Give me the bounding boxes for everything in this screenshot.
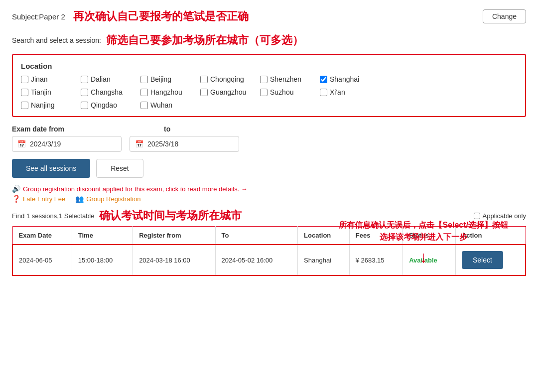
from-label: Exam date from	[12, 125, 64, 133]
notice-late-fee[interactable]: ❓ Late Entry Fee	[12, 195, 65, 203]
checkbox-shanghai[interactable]: Shanghai	[320, 75, 380, 83]
search-label: Search and select a session:	[12, 36, 101, 44]
to-date-input[interactable]	[147, 140, 227, 148]
location-row-3: Nanjing Qingdao Wuhan	[21, 101, 517, 109]
checkbox-suzhou-input[interactable]	[260, 89, 268, 96]
location-box: Location Jinan Dalian Beijing Chongqing …	[12, 54, 526, 117]
group-reg-text: Group Registration	[86, 195, 140, 203]
checkbox-beijing[interactable]: Beijing	[140, 75, 200, 83]
question-icon: ❓	[12, 195, 20, 203]
checkbox-wuhan-input[interactable]	[140, 102, 148, 109]
checkbox-jinan-input[interactable]	[21, 76, 28, 83]
th-register-from: Register from	[133, 227, 215, 245]
checkbox-guangzhou-input[interactable]	[200, 89, 208, 96]
checkbox-hangzhou[interactable]: Hangzhou	[140, 88, 200, 96]
buttons-row: See all sessions Reset	[12, 159, 526, 178]
checkbox-qingdao-input[interactable]	[81, 102, 88, 109]
location-grid: Jinan Dalian Beijing Chongqing Shenzhen …	[21, 75, 517, 109]
from-date-input[interactable]	[30, 140, 110, 148]
arrow-down-icon: ↓	[339, 245, 508, 269]
search-annotation: 筛选自己要参加考场所在城市（可多选）	[106, 33, 303, 48]
checkbox-shenzhen[interactable]: Shenzhen	[260, 75, 320, 83]
checkbox-tianjin[interactable]: Tianjin	[21, 88, 81, 96]
checkbox-jinan[interactable]: Jinan	[21, 75, 81, 83]
late-fee-text: Late Entry Fee	[23, 195, 65, 203]
calendar-to-icon: 📅	[135, 140, 143, 148]
checkbox-dalian-input[interactable]	[81, 76, 88, 83]
checkbox-tianjin-input[interactable]	[21, 89, 28, 96]
checkbox-nanjing[interactable]: Nanjing	[21, 101, 81, 109]
th-to: To	[215, 227, 297, 245]
annotation-line2: 选择该考场并进入下一步	[380, 233, 467, 241]
checkbox-qingdao[interactable]: Qingdao	[81, 101, 140, 109]
th-time: Time	[72, 227, 133, 245]
see-all-button[interactable]: See all sessions	[12, 159, 90, 178]
notice-group-text: Group registration discount applied for …	[23, 185, 248, 193]
checkbox-xian-input[interactable]	[320, 89, 327, 96]
checkbox-shanghai-input[interactable]	[320, 76, 327, 83]
checkbox-beijing-input[interactable]	[140, 76, 148, 83]
annotation-block: 所有信息确认无误后，点击【Select/选择】按钮 选择该考场并进入下一步 ↓	[339, 219, 508, 269]
change-button[interactable]: Change	[483, 9, 526, 23]
applicable-only-label: Applicable only	[483, 212, 526, 220]
group-icon: 👥	[75, 195, 84, 203]
checkbox-changsha[interactable]: Changsha	[81, 88, 140, 96]
from-date-wrapper[interactable]: 📅	[12, 136, 122, 152]
notice-group-discount[interactable]: 🔊 Group registration discount applied fo…	[12, 185, 526, 193]
checkbox-guangzhou[interactable]: Guangzhou	[200, 88, 260, 96]
notice-row: 🔊 Group registration discount applied fo…	[12, 185, 526, 204]
checkbox-dalian[interactable]: Dalian	[81, 75, 140, 83]
checkbox-chongqing-input[interactable]	[200, 76, 208, 83]
date-range-section: Exam date from to 📅 📅	[12, 125, 526, 152]
th-exam-date: Exam Date	[12, 227, 72, 245]
checkbox-chongqing[interactable]: Chongqing	[200, 75, 260, 83]
td-time: 15:00-18:00	[72, 245, 133, 275]
notice-group-registration[interactable]: 👥 Group Registration	[75, 195, 140, 203]
checkbox-changsha-input[interactable]	[81, 89, 88, 96]
td-exam-date: 2024-06-05	[12, 245, 72, 275]
reset-button[interactable]: Reset	[96, 159, 143, 178]
sessions-count-text: Find 1 sessions,1 Selectable	[12, 212, 94, 220]
subject-label: Subject:Paper 2	[12, 12, 65, 21]
to-date-wrapper[interactable]: 📅	[130, 136, 239, 152]
location-row-1: Jinan Dalian Beijing Chongqing Shenzhen …	[21, 75, 517, 83]
location-row-2: Tianjin Changsha Hangzhou Guangzhou Suzh…	[21, 88, 517, 96]
applicable-only-wrapper[interactable]: Applicable only	[474, 212, 526, 220]
td-to: 2024-05-02 16:00	[215, 245, 297, 275]
applicable-only-checkbox[interactable]	[474, 213, 480, 219]
td-register-from: 2024-03-18 16:00	[133, 245, 215, 275]
checkbox-wuhan[interactable]: Wuhan	[140, 101, 200, 109]
checkbox-nanjing-input[interactable]	[21, 102, 28, 109]
annotation-line1: 所有信息确认无误后，点击【Select/选择】按钮	[339, 221, 508, 229]
checkbox-suzhou[interactable]: Suzhou	[260, 88, 320, 96]
checkbox-shenzhen-input[interactable]	[260, 76, 268, 83]
speaker-icon: 🔊	[12, 185, 20, 193]
header-annotation: 再次确认自己要报考的笔试是否正确	[73, 9, 483, 24]
checkbox-hangzhou-input[interactable]	[140, 89, 148, 96]
location-title: Location	[21, 62, 517, 70]
to-label: to	[164, 125, 170, 133]
calendar-from-icon: 📅	[17, 140, 26, 148]
checkbox-xian[interactable]: Xi'an	[320, 88, 380, 96]
